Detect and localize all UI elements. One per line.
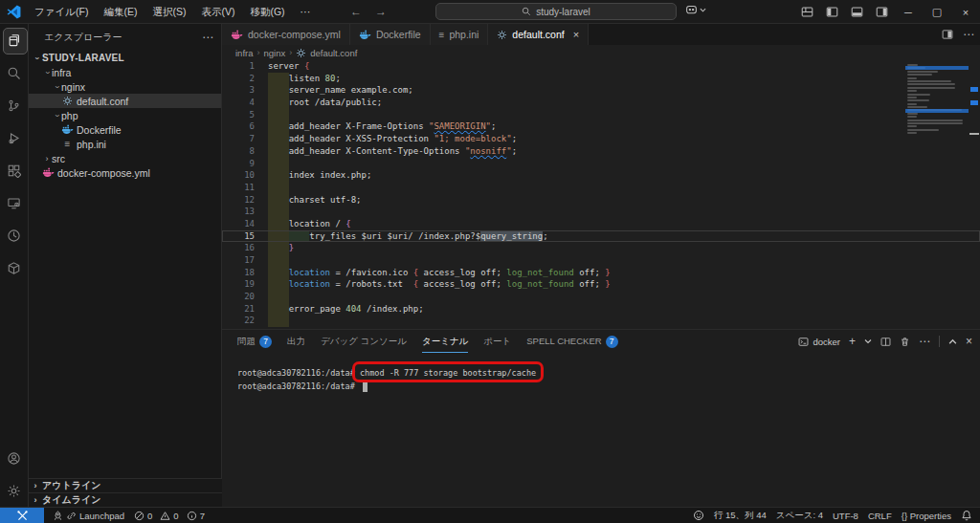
activity-account-icon[interactable] xyxy=(0,442,29,474)
status-indentation[interactable]: スペース: 4 xyxy=(771,508,828,523)
status-eol[interactable]: CRLF xyxy=(863,508,897,523)
panel-tab-spell-checker[interactable]: SPELL CHECKER7 xyxy=(526,330,617,353)
activity-explorer-icon[interactable] xyxy=(0,24,29,56)
code-line[interactable]: 5 xyxy=(222,109,980,121)
code-line[interactable]: 18location = /favicon.ico { access_log o… xyxy=(222,267,980,279)
code-line[interactable]: 2listen 80; xyxy=(222,73,980,85)
section-timeline[interactable]: ›タイムライン xyxy=(29,492,222,507)
remote-indicator[interactable] xyxy=(0,508,44,523)
maximize-panel-icon[interactable] xyxy=(948,338,957,346)
overview-ruler[interactable] xyxy=(967,60,980,329)
breadcrumb-item[interactable]: infra xyxy=(235,48,253,58)
menu-1[interactable]: 編集(E) xyxy=(96,3,145,21)
nav-back-icon[interactable]: ← xyxy=(350,5,362,18)
code-line[interactable]: 4root /data/public; xyxy=(222,97,980,109)
tab-default-conf[interactable]: default.conf× xyxy=(488,24,589,45)
panel-tab--[interactable]: デバッグ コンソール xyxy=(321,330,407,353)
tree-item-infra[interactable]: ›infra xyxy=(29,65,221,79)
code-line[interactable]: 11 xyxy=(222,182,980,194)
notifications-bell-icon[interactable] xyxy=(956,508,980,523)
panel-tab-terminal[interactable]: ターミナル xyxy=(422,330,468,353)
code-line[interactable]: 19location = /robots.txt { access_log of… xyxy=(222,278,980,291)
section-outline[interactable]: ›アウトライン xyxy=(29,478,222,492)
tab-docker-compose-yml[interactable]: docker-compose.yml xyxy=(222,24,350,45)
menu-4[interactable]: 移動(G) xyxy=(242,3,292,21)
panel-more-actions-icon[interactable]: ⋯ xyxy=(919,335,930,348)
close-tab-icon[interactable]: × xyxy=(573,29,579,40)
activity-docker-icon[interactable] xyxy=(0,251,29,284)
feedback-icon[interactable] xyxy=(688,508,709,523)
editor-more-actions-icon[interactable]: ⋯ xyxy=(963,28,974,41)
tree-item-study-laravel[interactable]: ›STUDY-LARAVEL xyxy=(29,51,221,65)
code-line[interactable]: 8add_header X-Content-Type-Options "nosn… xyxy=(222,145,980,158)
status-cursor-position[interactable]: 行 15、列 44 xyxy=(709,508,771,523)
kill-terminal-icon[interactable] xyxy=(900,337,910,347)
toggle-panel-icon[interactable] xyxy=(844,0,869,24)
terminal[interactable]: root@adca30782116:/data# chmod -R 777 st… xyxy=(222,353,980,393)
toggle-sidebar-icon[interactable] xyxy=(819,0,844,24)
code-line[interactable]: 1server { xyxy=(222,60,980,73)
split-terminal-icon[interactable] xyxy=(880,337,891,347)
problems-status[interactable]: 0 0 7 xyxy=(129,508,214,523)
menu-5[interactable]: ⋯ xyxy=(293,3,319,21)
tab-Dockerfile[interactable]: Dockerfile xyxy=(350,24,431,45)
code-line[interactable]: 16} xyxy=(222,242,980,254)
code-line[interactable]: 9 xyxy=(222,158,980,170)
tree-item-php[interactable]: ›php xyxy=(29,108,221,122)
customize-layout-icon[interactable] xyxy=(794,0,819,24)
code-line[interactable]: 21error_page 404 /index.php; xyxy=(222,303,980,316)
breadcrumb-item[interactable]: default.conf xyxy=(310,48,357,58)
status-language-mode[interactable]: {} Properties xyxy=(897,508,956,523)
command-center-search[interactable]: study-laravel xyxy=(435,3,677,20)
maximize-button[interactable]: ▢ xyxy=(923,0,951,24)
new-terminal-icon[interactable]: + xyxy=(849,335,856,348)
status-encoding[interactable]: UTF-8 xyxy=(828,508,863,523)
explorer-more-actions-icon[interactable]: ⋯ xyxy=(202,31,213,44)
activity-remote-explorer-icon[interactable] xyxy=(0,186,29,219)
code-line[interactable]: 12charset utf-8; xyxy=(222,194,980,207)
minimap[interactable] xyxy=(907,64,967,136)
activity-live-preview-icon[interactable] xyxy=(0,219,29,251)
close-panel-icon[interactable]: × xyxy=(966,335,972,348)
tree-item-php-ini[interactable]: ≡php.ini xyxy=(29,137,221,151)
tree-item-docker-compose-yml[interactable]: docker-compose.yml xyxy=(29,165,221,180)
code-line[interactable]: 7add_header X-XSS-Protection "1; mode=bl… xyxy=(222,133,980,145)
activity-source-control-icon[interactable] xyxy=(0,89,29,121)
breadcrumb-item[interactable]: nginx xyxy=(263,48,285,58)
code-line[interactable]: 10index index.php; xyxy=(222,169,980,182)
nav-forward-icon[interactable]: → xyxy=(375,5,387,18)
tree-item-default-conf[interactable]: default.conf xyxy=(29,94,221,108)
panel-tab--[interactable]: 問題7 xyxy=(237,330,272,353)
copilot-button[interactable] xyxy=(685,4,706,16)
activity-settings-icon[interactable] xyxy=(0,474,29,507)
launchpad-button[interactable]: Launchpad xyxy=(48,508,129,523)
tree-item-nginx[interactable]: ›nginx xyxy=(29,79,221,94)
menu-0[interactable]: ファイル(F) xyxy=(27,3,96,21)
code-line[interactable]: 20 xyxy=(222,291,980,303)
terminal-dropdown-icon[interactable] xyxy=(864,338,872,345)
split-editor-icon[interactable] xyxy=(942,29,953,40)
activity-run-debug-icon[interactable] xyxy=(0,121,29,154)
panel-tab--[interactable]: ポート xyxy=(483,330,511,353)
toggle-secondary-sidebar-icon[interactable] xyxy=(869,0,894,24)
activity-search-icon[interactable] xyxy=(0,56,29,89)
menu-3[interactable]: 表示(V) xyxy=(193,3,242,21)
tab-php-ini[interactable]: ≡php.ini xyxy=(431,24,489,45)
activity-extensions-icon[interactable] xyxy=(0,154,29,186)
minimize-button[interactable]: ─ xyxy=(894,0,923,24)
code-line[interactable]: 15try_files $uri $uri/ /index.php?$query… xyxy=(222,230,980,243)
code-line[interactable]: 17 xyxy=(222,254,980,267)
tree-item-dockerfile[interactable]: Dockerfile xyxy=(29,122,221,137)
close-button[interactable]: × xyxy=(951,0,980,24)
tree-item-src[interactable]: ›src xyxy=(29,151,221,165)
code-line[interactable]: 3server_name example.com; xyxy=(222,84,980,97)
code-editor[interactable]: 1server {2listen 80;3server_name example… xyxy=(222,60,980,329)
terminal-instance[interactable]: docker xyxy=(798,337,840,347)
code-line[interactable]: 6add_header X-Frame-Options "SAMEORIGIN"… xyxy=(222,120,980,133)
code-line[interactable]: 22 xyxy=(222,315,980,327)
menu-2[interactable]: 選択(S) xyxy=(145,3,193,21)
code-line[interactable]: 14location / { xyxy=(222,218,980,230)
terminal-line[interactable]: root@adca30782116:/data# xyxy=(237,380,980,393)
terminal-line[interactable]: root@adca30782116:/data# chmod -R 777 st… xyxy=(237,366,980,380)
panel-tab--[interactable]: 出力 xyxy=(287,330,305,353)
